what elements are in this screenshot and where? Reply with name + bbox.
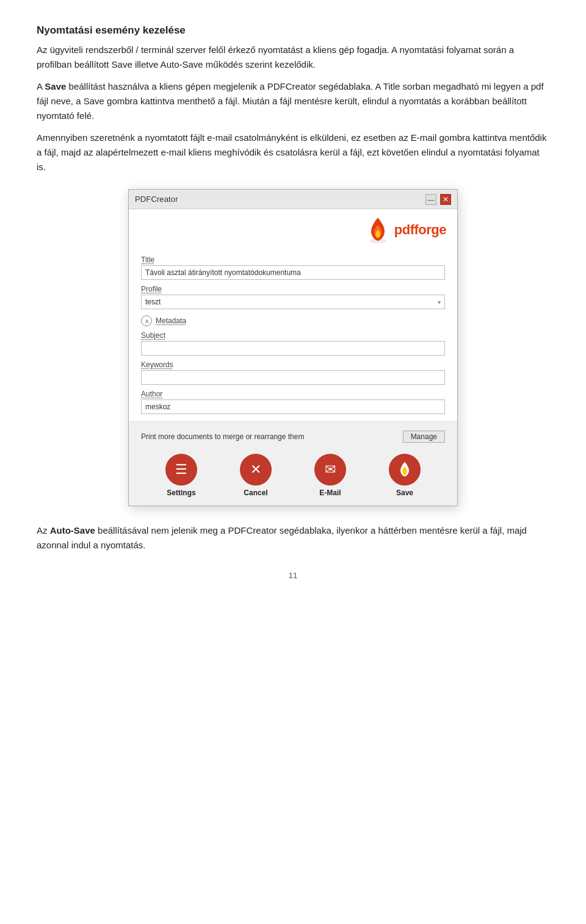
- profile-value: teszt: [145, 298, 161, 306]
- keywords-label: Keywords: [141, 360, 445, 369]
- save-label: Save: [396, 489, 413, 497]
- email-icon-glyph: ✉: [325, 462, 336, 478]
- manage-button[interactable]: Manage: [403, 431, 445, 443]
- cancel-button[interactable]: ✕ Cancel: [240, 454, 272, 497]
- email-label: E-Mail: [319, 489, 341, 497]
- pdfforge-logo: pdfforge: [366, 217, 446, 243]
- paragraph-3: Amennyiben szeretnénk a nyomtatott fájlt…: [37, 131, 549, 174]
- cancel-icon: ✕: [240, 454, 272, 485]
- dialog-body: pdfforge Title Profile teszt ▾: [129, 209, 457, 506]
- cancel-icon-glyph: ✕: [250, 462, 261, 478]
- email-button[interactable]: ✉ E-Mail: [314, 454, 346, 497]
- subject-input[interactable]: [141, 341, 445, 356]
- save-button[interactable]: Save: [389, 454, 421, 497]
- metadata-label: Metadata: [156, 317, 186, 325]
- dialog-form: Title Profile teszt ▾ ∧ Metadata Subject: [129, 247, 457, 421]
- para2-bold: Save: [45, 81, 66, 91]
- save-flame-icon: [397, 461, 413, 478]
- paragraph-2: A Save beállítást használva a kliens gép…: [37, 79, 549, 123]
- page-number: 11: [37, 571, 549, 580]
- profile-label: Profile: [141, 285, 445, 293]
- logo-area: pdfforge: [129, 209, 457, 247]
- pdfforge-text: pdfforge: [394, 222, 446, 238]
- flame-icon: [366, 217, 389, 243]
- dialog-container: PDFCreator — ✕: [37, 189, 549, 506]
- subject-label: Subject: [141, 331, 445, 340]
- minimize-button[interactable]: —: [425, 194, 436, 205]
- forge-suffix: forge: [414, 222, 447, 237]
- paragraph-4: Az Auto-Save beállításával nem jelenik m…: [37, 523, 549, 553]
- pdf-prefix: pdf: [394, 222, 414, 237]
- dropdown-arrow-icon: ▾: [438, 299, 441, 306]
- dialog-bottom: Print more documents to merge or rearran…: [129, 421, 457, 506]
- keywords-input[interactable]: [141, 370, 445, 385]
- para2-prefix: A: [37, 81, 45, 91]
- title-input[interactable]: [141, 265, 445, 280]
- dialog-title: PDFCreator: [135, 195, 178, 204]
- merge-row: Print more documents to merge or rearran…: [141, 427, 445, 448]
- dialog-window: PDFCreator — ✕: [128, 189, 458, 506]
- author-input[interactable]: [141, 399, 445, 414]
- para4-suffix: beállításával nem jelenik meg a PDFCreat…: [37, 525, 527, 550]
- dialog-actions: ☰ Settings ✕ Cancel ✉: [141, 448, 445, 506]
- title-label: Title: [141, 256, 445, 264]
- para2-suffix: beállítást használva a kliens gépen megj…: [37, 81, 544, 121]
- para4-prefix: Az: [37, 525, 50, 535]
- author-label: Author: [141, 390, 445, 398]
- settings-button[interactable]: ☰ Settings: [165, 454, 197, 497]
- close-button[interactable]: ✕: [440, 194, 451, 205]
- settings-icon: ☰: [165, 454, 197, 485]
- page-title: Nyomtatási esemény kezelése: [37, 24, 549, 37]
- cancel-label: Cancel: [244, 489, 267, 497]
- dialog-titlebar: PDFCreator — ✕: [129, 190, 457, 209]
- paragraph-1: Az ügyviteli rendszerből / terminál szer…: [37, 43, 549, 72]
- para4-bold: Auto-Save: [50, 525, 95, 535]
- settings-icon-glyph: ☰: [175, 462, 187, 478]
- merge-text: Print more documents to merge or rearran…: [141, 432, 304, 441]
- profile-dropdown[interactable]: teszt ▾: [141, 295, 445, 309]
- page-content: Nyomtatási esemény kezelése Az ügyviteli…: [37, 24, 549, 580]
- save-icon: [389, 454, 421, 485]
- metadata-chevron-icon[interactable]: ∧: [141, 315, 152, 326]
- email-icon: ✉: [314, 454, 346, 485]
- settings-label: Settings: [167, 489, 195, 497]
- dialog-titlebar-buttons: — ✕: [425, 194, 451, 205]
- metadata-section: ∧ Metadata: [141, 315, 445, 326]
